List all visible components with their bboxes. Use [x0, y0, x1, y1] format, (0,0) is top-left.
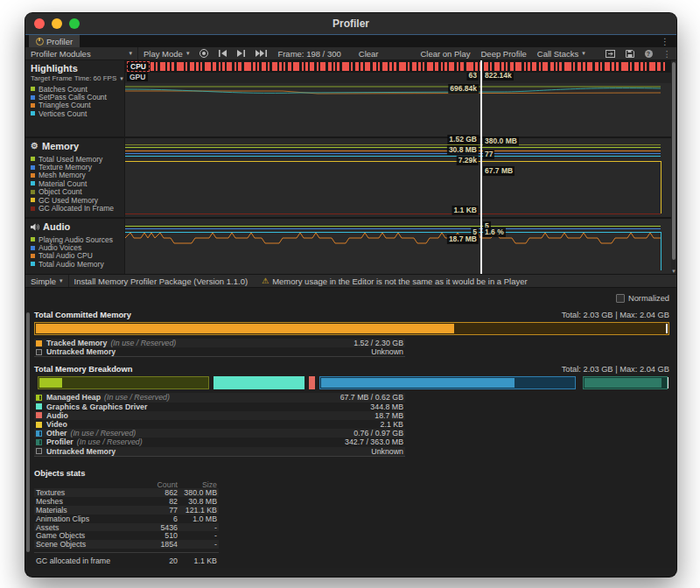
cpu-frame-bar: [539, 62, 541, 71]
memory-chart[interactable]: [125, 138, 676, 219]
legend-item[interactable]: Total Used Memory: [31, 155, 124, 163]
scrollbar-thumb[interactable]: [672, 62, 676, 260]
legend-row: Audio18.7 MB: [34, 411, 405, 420]
next-frame-button[interactable]: [232, 47, 250, 60]
chart-line: [125, 153, 661, 154]
legend-item[interactable]: Triangles Count: [31, 102, 124, 109]
cpu-frame-bar: [583, 62, 585, 71]
cpu-frame-bar: [156, 62, 158, 71]
legend-row-value: 2.1 KB: [381, 420, 403, 429]
zoom-window-button[interactable]: [69, 18, 80, 29]
cpu-frame-bar: [293, 62, 299, 71]
legend-row-suffix: (In use / Reserved): [110, 339, 176, 347]
details-left-scrollbar[interactable]: [26, 312, 30, 552]
details-view-dropdown[interactable]: Simple ▾: [25, 275, 69, 287]
chart-line: [125, 228, 661, 229]
cpu-frame-bar: [244, 62, 251, 71]
legend-label: Total Audio Memory: [38, 260, 104, 269]
cpu-track[interactable]: CPU: [125, 60, 676, 73]
install-memory-profiler-button[interactable]: Install Memory Profiler Package (Version…: [69, 275, 254, 287]
cpu-track-label[interactable]: CPU: [127, 61, 150, 72]
cpu-frame-bar: [389, 62, 392, 71]
play-mode-dropdown[interactable]: Play Mode ▾: [138, 47, 194, 60]
clear-button[interactable]: Clear: [354, 47, 384, 60]
clear-on-play-toggle[interactable]: Clear on Play: [415, 47, 475, 60]
stat-count: 510: [138, 531, 178, 540]
legend-item[interactable]: Material Count: [31, 179, 124, 187]
tab-bar: Profiler ⋮: [25, 34, 676, 47]
chart-line: [125, 232, 661, 233]
stat-label: Meshes: [36, 497, 138, 506]
title-bar[interactable]: Profiler: [25, 13, 676, 34]
legend-item[interactable]: Vertices Count: [31, 109, 124, 117]
legend-swatch: [31, 181, 35, 186]
memory-breakdown-bar[interactable]: [34, 376, 669, 389]
legend-item[interactable]: Playing Audio Sources: [31, 235, 124, 243]
stat-count: 1854: [138, 540, 178, 549]
cpu-frame-bar: [587, 62, 592, 71]
cpu-frame-bar: [475, 62, 478, 71]
cpu-frame-bar: [423, 62, 424, 71]
stat-label: Scene Objects: [36, 540, 138, 549]
toolbar-kebab-menu-icon[interactable]: ⋮: [658, 47, 677, 60]
cpu-frame-bar: [550, 62, 554, 71]
target-frame-time-dropdown[interactable]: Target Frame Time: 60 FPS ▾: [25, 74, 124, 82]
playhead-line[interactable]: [480, 60, 482, 274]
previous-frame-button[interactable]: [214, 47, 232, 60]
legend-item[interactable]: Total Audio CPU: [31, 252, 124, 260]
legend-item[interactable]: GC Used Memory: [31, 196, 124, 204]
profiler-modules-dropdown[interactable]: Profiler Modules ▾: [25, 47, 138, 60]
legend-item[interactable]: Audio Voices: [31, 243, 124, 251]
legend-swatch: [31, 95, 35, 100]
highlights-chart[interactable]: [125, 83, 676, 138]
count-column-header: Count: [138, 480, 178, 489]
window-title: Profiler: [332, 18, 369, 30]
cpu-frame-bar: [578, 62, 581, 71]
chart-line-drop: [661, 232, 662, 270]
cpu-frame-bar: [355, 62, 359, 71]
legend-item[interactable]: Texture Memory: [31, 163, 124, 171]
load-profile-button[interactable]: [600, 47, 620, 60]
chart-region[interactable]: 63822.14k696.84k1.52 GB380.0 MB30.8 MB77…: [125, 60, 676, 274]
gpu-track-label[interactable]: GPU: [127, 73, 148, 81]
chart-line: [125, 156, 661, 157]
legend-row-swatch: [36, 403, 42, 410]
chart-vertical-scrollbar[interactable]: ▼: [671, 60, 676, 274]
committed-memory-bar[interactable]: [34, 322, 669, 335]
save-profile-button[interactable]: [620, 47, 640, 60]
minimize-window-button[interactable]: [52, 18, 62, 29]
legend-item[interactable]: Object Count: [31, 188, 124, 196]
legend-row-label: Profiler: [46, 438, 74, 446]
tab-label: Profiler: [46, 37, 73, 46]
call-stacks-dropdown[interactable]: Call Stacks ▾: [532, 47, 591, 60]
legend-item[interactable]: SetPass Calls Count: [31, 93, 124, 101]
current-frame-button[interactable]: [250, 47, 272, 60]
normalized-checkbox[interactable]: [616, 294, 625, 303]
gear-icon[interactable]: ⚙: [31, 142, 38, 150]
breakdown-segment: [319, 376, 576, 389]
cpu-frame-bar: [205, 62, 211, 71]
help-button[interactable]: ?: [640, 47, 658, 60]
module-title: Audio: [43, 221, 70, 232]
stat-size: 121.1 KB: [178, 506, 217, 514]
legend-item[interactable]: Total Audio Memory: [31, 260, 124, 268]
record-button[interactable]: [194, 47, 214, 60]
legend-row: Untracked MemoryUnknown: [34, 347, 405, 356]
scrollbar-down-arrow-icon[interactable]: ▼: [671, 269, 676, 274]
tab-profiler[interactable]: Profiler: [29, 35, 80, 47]
deep-profile-toggle[interactable]: Deep Profile: [476, 47, 532, 60]
legend-item[interactable]: GC Allocated In Frame: [31, 204, 124, 212]
legend-row: Graphics & Graphics Driver344.8 MB: [34, 402, 405, 411]
close-window-button[interactable]: [34, 18, 45, 29]
legend-row-swatch: [36, 412, 42, 418]
gpu-track[interactable]: GPU: [125, 73, 676, 83]
tab-kebab-menu-icon[interactable]: ⋮: [654, 35, 676, 47]
stat-size: 380.0 MB: [178, 488, 217, 497]
legend-row-value: Unknown: [371, 447, 403, 456]
legend-item[interactable]: Batches Count: [31, 85, 124, 93]
legend-item[interactable]: Mesh Memory: [31, 172, 124, 179]
cpu-frame-bar: [408, 62, 410, 71]
audio-chart[interactable]: [125, 219, 676, 274]
stat-size: -: [178, 531, 217, 540]
legend-row-value: 18.7 MB: [374, 411, 403, 420]
